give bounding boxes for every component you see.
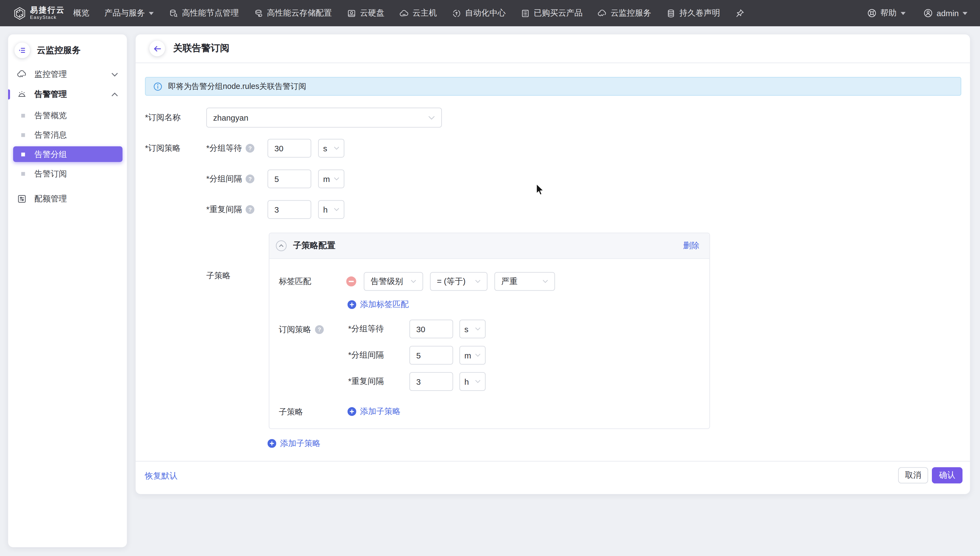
plus-circle-icon	[268, 439, 276, 448]
tag-key-select[interactable]: 告警级别	[364, 272, 423, 291]
subscription-policy-label: *订阅策略	[145, 142, 206, 154]
tag-match-label: 标签匹配	[279, 276, 346, 287]
sidebar-group-alarm[interactable]: 告警管理	[8, 84, 127, 105]
sidebar-group-monitoring[interactable]: 监控管理	[8, 64, 127, 84]
group-interval-input[interactable]	[268, 170, 311, 188]
chevron-down-icon	[475, 353, 481, 357]
caret-down-icon	[962, 11, 967, 15]
group-interval-row: *分组间隔 ? m	[145, 170, 344, 188]
nav-automation-center[interactable]: 自动化中心	[452, 7, 506, 19]
cancel-button[interactable]: 取消	[898, 467, 928, 483]
group-interval-label: *分组间隔	[206, 173, 242, 184]
question-icon[interactable]: ?	[245, 175, 254, 183]
add-child-policy-link-outer[interactable]: 添加子策略	[268, 438, 321, 449]
remove-tag-match-icon[interactable]	[346, 276, 356, 286]
inner-group-wait-input[interactable]	[409, 320, 453, 338]
subscription-name-row: *订阅名称 zhangyan	[145, 108, 442, 128]
repeat-interval-input[interactable]	[268, 200, 311, 219]
logo-text-cn: 易捷行云	[30, 6, 65, 15]
help-icon	[867, 8, 877, 18]
nav-cloud-host[interactable]: 云主机	[400, 7, 437, 19]
caret-down-icon	[900, 11, 905, 15]
chevron-down-icon	[334, 177, 340, 181]
inner-repeat-interval-input[interactable]	[409, 372, 453, 391]
add-child-policy-link-inner[interactable]: 添加子策略	[348, 406, 401, 417]
chevron-down-icon	[334, 146, 340, 150]
chevron-down-icon	[543, 280, 548, 283]
logo-text-en: EasyStack	[30, 15, 65, 20]
group-wait-row: *订阅策略 *分组等待 ? s	[145, 139, 344, 158]
easystack-logo[interactable]: 易捷行云 EasyStack	[14, 6, 65, 20]
inner-group-interval-unit-select[interactable]: m	[459, 346, 486, 365]
inner-group-wait-unit-select[interactable]: s	[459, 320, 486, 338]
inner-repeat-interval-row: *重复间隔 h	[348, 372, 486, 391]
chevron-down-icon	[111, 72, 118, 77]
confirm-button[interactable]: 确认	[932, 467, 962, 483]
page-title: 关联告警订阅	[173, 42, 229, 54]
square-bullet	[21, 171, 25, 175]
user-menu[interactable]: admin	[923, 8, 967, 18]
sidebar-item-alarm-messages[interactable]: 告警消息	[8, 125, 127, 144]
inner-repeat-interval-label: *重复间隔	[348, 376, 384, 387]
help-menu[interactable]: 帮助	[867, 7, 905, 19]
caret-down-icon	[149, 11, 154, 15]
group-interval-unit-select[interactable]: m	[318, 170, 344, 188]
nav-products-services[interactable]: 产品与服务	[105, 7, 154, 19]
restore-default-link[interactable]: 恢复默认	[145, 470, 177, 482]
alarm-icon	[17, 89, 27, 100]
nav-purchased-products[interactable]: 已购买云产品	[521, 7, 582, 19]
user-avatar-icon	[923, 8, 933, 18]
nav-overview[interactable]: 概览	[73, 7, 89, 19]
sub-policy-card-title: 子策略配置	[293, 240, 335, 251]
viewport: 易捷行云 EasyStack 概览 产品与服务 高性能节点管理	[0, 0, 980, 556]
nav-node-management[interactable]: 高性能节点管理	[169, 7, 239, 19]
child-policy-label: 子策略	[279, 407, 303, 418]
collapse-circle-icon[interactable]	[276, 240, 287, 251]
delete-sub-policy-link[interactable]: 删除	[683, 240, 699, 251]
sidebar-group-quota[interactable]: 配额管理	[8, 189, 127, 209]
purchased-icon	[521, 8, 530, 18]
inner-policy-label-row: 订阅策略 ?	[279, 325, 324, 335]
sub-policy-card: 子策略配置 删除 标签匹配 告警级别 = (等于) 严重	[269, 233, 710, 429]
topbar: 易捷行云 EasyStack 概览 产品与服务 高性能节点管理	[0, 0, 980, 26]
sidebar-item-alarm-groups[interactable]: 告警分组	[13, 146, 122, 162]
tag-match-row: 标签匹配 告警级别 = (等于) 严重	[279, 272, 555, 291]
chevron-up-icon	[111, 92, 118, 97]
group-wait-input[interactable]	[268, 139, 311, 158]
nav-storage-config[interactable]: 高性能云存储配置	[254, 7, 332, 19]
group-wait-label: *分组等待	[206, 142, 242, 154]
back-button[interactable]	[149, 41, 165, 57]
add-tag-match-link[interactable]: 添加标签匹配	[348, 299, 409, 310]
sidebar-item-alarm-subscriptions[interactable]: 告警订阅	[8, 164, 127, 183]
nav-monitor-service[interactable]: 云监控服务	[598, 7, 651, 19]
sidebar-collapse-button[interactable]	[15, 42, 30, 58]
tag-operator-select[interactable]: = (等于)	[430, 272, 488, 291]
chevron-down-icon	[428, 115, 435, 120]
inner-group-interval-row: *分组间隔 m	[348, 346, 486, 365]
top-navigation: 概览 产品与服务 高性能节点管理 高性能云存储配置	[73, 7, 744, 19]
service-title: 云监控服务	[37, 45, 81, 56]
question-icon[interactable]: ?	[245, 144, 254, 153]
group-wait-unit-select[interactable]: s	[318, 139, 344, 158]
pin-icon[interactable]	[735, 8, 744, 18]
question-icon[interactable]: ?	[315, 325, 324, 334]
selected-value: zhangyan	[213, 113, 248, 122]
inner-group-interval-label: *分组间隔	[348, 350, 384, 361]
inner-repeat-interval-unit-select[interactable]: h	[459, 372, 486, 391]
logo-hexagon-icon	[14, 6, 26, 20]
host-icon	[400, 8, 409, 18]
chevron-down-icon	[411, 280, 416, 283]
repeat-interval-row: *重复间隔 ? h	[145, 200, 344, 219]
footer-divider	[135, 461, 970, 462]
repeat-interval-unit-select[interactable]: h	[318, 200, 344, 219]
nav-persistent-volume[interactable]: 持久卷声明	[666, 7, 720, 19]
question-icon[interactable]: ?	[245, 205, 254, 214]
square-bullet	[21, 113, 25, 117]
inner-group-interval-input[interactable]	[409, 346, 453, 365]
nav-cloud-disk[interactable]: 云硬盘	[347, 7, 384, 19]
sidebar-item-alarm-overview[interactable]: 告警概览	[8, 106, 127, 125]
subscription-name-select[interactable]: zhangyan	[206, 108, 442, 128]
main-card: 关联告警订阅 即将为告警分组node.rules关联告警订阅 *订阅名称 zha…	[135, 34, 970, 494]
chevron-down-icon	[475, 327, 481, 331]
tag-value-select[interactable]: 严重	[494, 272, 555, 291]
